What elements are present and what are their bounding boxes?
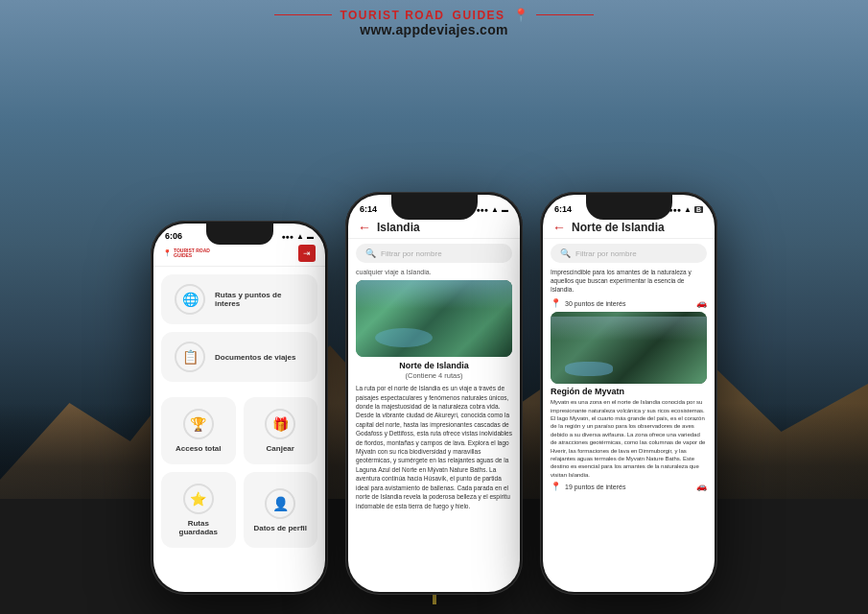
phone-2-preview-text: cualquier viaje a Islandia. <box>348 268 520 280</box>
routes-label: Rutas y puntos de interes <box>215 291 304 308</box>
phone-3-notch <box>586 195 672 220</box>
logo-pin-icon: 📍 <box>163 249 172 257</box>
phone-2-card-title: Norte de Islandia <box>356 361 512 370</box>
phone-2-card-subtitle: (Contiene 4 rutas) <box>348 371 520 380</box>
menu-item-rutas-guardadas[interactable]: ⭐ Rutas guardadas <box>161 472 236 548</box>
battery-icon: ▬ <box>307 233 314 240</box>
brand-name-top: TOURIST ROAD <box>340 9 444 22</box>
brand-name-guides: GUIDES <box>453 9 505 22</box>
region-sky <box>551 317 707 341</box>
poi-2-label: 19 puntos de interés <box>565 484 625 490</box>
perfil-label: Datos de perfil <box>253 524 307 532</box>
wifi-icon: ▲ <box>296 232 304 241</box>
phones-container: 6:06 ●●● ▲ ▬ 📍 TOURIST ROAD GUIDES ⇥ <box>0 192 868 595</box>
poi-pin-icon-2: 📍 <box>551 482 561 491</box>
menu-item-documents[interactable]: 📋 Documentos de viajes <box>161 332 317 382</box>
phone-3: 6:14 ●●● ▲ B ← Norte de Islandia 🔍 Filtr… <box>540 192 717 595</box>
battery-icon-3: B <box>694 206 703 213</box>
logout-button[interactable]: ⇥ <box>298 245 316 262</box>
logout-icon: ⇥ <box>303 248 311 258</box>
routes-icon: 🌐 <box>175 284 205 315</box>
battery-icon-2: ▬ <box>502 206 508 213</box>
phone-1-time: 6:06 <box>165 231 182 241</box>
acceso-icon: 🏆 <box>183 409 214 439</box>
back-button-3[interactable]: ← <box>552 220 566 235</box>
phone-1: 6:06 ●●● ▲ ▬ 📍 TOURIST ROAD GUIDES ⇥ <box>151 221 328 595</box>
phone-3-poi-row-2: 📍 19 puntos de interés 🚗 <box>543 479 715 491</box>
image-sky <box>356 280 512 309</box>
phone-2-description: La ruta por el norte de Islandia es un v… <box>348 384 520 514</box>
phone-2-card-image <box>356 280 512 357</box>
logo-line2: GUIDES <box>174 253 210 259</box>
header-pin-icon: 📍 <box>513 8 528 22</box>
website-url: www.appdeviajes.com <box>360 22 508 37</box>
search-icon-3: 🔍 <box>560 248 571 258</box>
car-icon-2: 🚗 <box>696 482 707 491</box>
phone-2-notch <box>391 195 478 220</box>
phone-2-search-placeholder: Filtrar por nombre <box>381 249 442 258</box>
header-line-left <box>274 14 332 16</box>
tourist-logo: 📍 TOURIST ROAD GUIDES <box>163 248 210 259</box>
acceso-label: Acceso total <box>176 444 222 453</box>
canjear-label: Canjear <box>267 444 294 453</box>
wifi-icon-2: ▲ <box>491 205 499 214</box>
phone-3-search-bar[interactable]: 🔍 Filtrar por nombre <box>551 244 707 263</box>
phone-3-top-text: Imprescindible para los amantes de la na… <box>543 268 715 296</box>
poi-1-label: 30 puntos de interés <box>565 300 625 307</box>
back-button-2[interactable]: ← <box>358 220 371 235</box>
header: TOURIST ROAD GUIDES 📍 www.appdeviajes.co… <box>0 8 868 37</box>
logo-text: TOURIST ROAD GUIDES <box>174 248 210 259</box>
rutas-guardadas-icon: ⭐ <box>183 484 214 514</box>
header-brand-line: TOURIST ROAD GUIDES 📍 <box>274 8 593 22</box>
phone-2-screen: 6:14 ●●● ▲ ▬ ← Islandia 🔍 Filtrar por no… <box>348 195 520 592</box>
signal-icon: ●●● <box>281 233 293 240</box>
canjear-icon: 🎁 <box>265 409 295 439</box>
phone-3-status-icons: ●●● ▲ B <box>669 205 703 214</box>
phone-1-notch <box>206 224 273 245</box>
phone-1-status-icons: ●●● ▲ ▬ <box>281 232 314 241</box>
menu-item-perfil[interactable]: 👤 Datos de perfil <box>244 472 318 548</box>
menu-item-canjear[interactable]: 🎁 Canjear <box>244 397 318 464</box>
search-icon-2: 🔍 <box>365 248 376 258</box>
phone-1-app-header: 📍 TOURIST ROAD GUIDES ⇥ <box>153 243 325 267</box>
phone-3-content: Imprescindible para los amantes de la na… <box>543 268 715 592</box>
phone-2-time: 6:14 <box>360 204 377 214</box>
signal-icon-2: ●●● <box>476 206 488 213</box>
phone-3-time: 6:14 <box>554 204 572 214</box>
phone-3-region-title: Región de Myvatn <box>543 387 715 398</box>
region-water <box>565 362 613 376</box>
rutas-guardadas-label: Rutas guardadas <box>169 519 228 536</box>
phone-1-menu: 🌐 Rutas y puntos de interes 📋 Documentos… <box>153 274 325 555</box>
phone-3-screen: 6:14 ●●● ▲ B ← Norte de Islandia 🔍 Filtr… <box>543 195 715 592</box>
phone-1-screen: 6:06 ●●● ▲ ▬ 📍 TOURIST ROAD GUIDES ⇥ <box>153 224 325 592</box>
poi-pin-icon-1: 📍 <box>551 298 561 308</box>
documents-label: Documentos de viajes <box>215 353 295 362</box>
phone-2-nav-title: Islandia <box>377 221 510 234</box>
phone-2: 6:14 ●●● ▲ ▬ ← Islandia 🔍 Filtrar por no… <box>345 192 523 595</box>
car-icon-1: 🚗 <box>696 298 707 308</box>
menu-item-routes[interactable]: 🌐 Rutas y puntos de interes <box>161 274 317 324</box>
phone-1-grid: 🏆 Acceso total 🎁 Canjear ⭐ Rutas guardad… <box>153 390 325 555</box>
phone-2-content: cualquier viaje a Islandia. Norte de Isl… <box>348 268 520 592</box>
phone-3-search-placeholder: Filtrar por nombre <box>575 249 637 258</box>
phone-3-nav-title: Norte de Islandia <box>572 221 705 234</box>
menu-item-acceso[interactable]: 🏆 Acceso total <box>161 397 236 464</box>
phone-3-region-image <box>551 312 707 384</box>
phone-2-status-icons: ●●● ▲ ▬ <box>476 205 508 214</box>
perfil-icon: 👤 <box>265 488 295 519</box>
documents-icon: 📋 <box>175 342 205 372</box>
phone-2-search-bar[interactable]: 🔍 Filtrar por nombre <box>356 244 512 263</box>
phone-3-poi-row-1: 📍 30 puntos de interés 🚗 <box>543 296 715 312</box>
wifi-icon-3: ▲ <box>684 205 692 214</box>
header-line-right <box>536 14 594 16</box>
water-shimmer <box>375 328 433 347</box>
phone-3-region-desc: Myvatn es una zona en el norte de Island… <box>543 398 715 479</box>
